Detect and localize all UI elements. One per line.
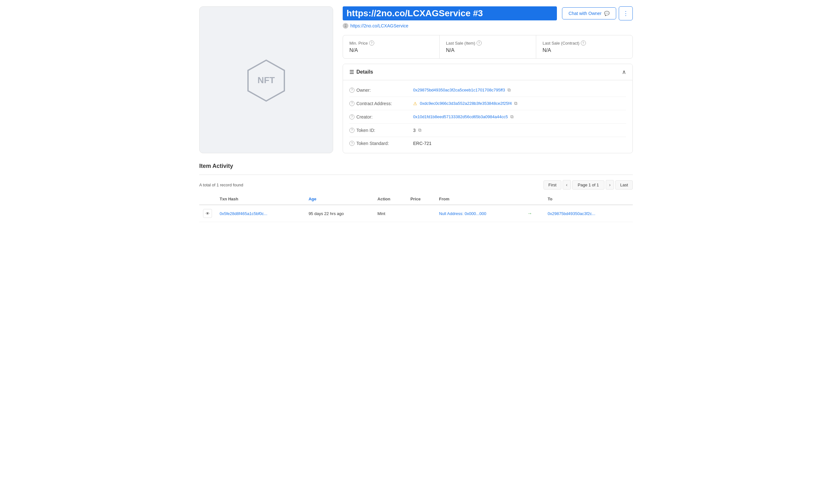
next-page-button[interactable]: ›: [606, 180, 614, 190]
token-standard-label: ? Token Standard:: [349, 141, 413, 146]
token-standard-help-icon[interactable]: ?: [349, 141, 355, 146]
nft-info-panel: https://2no.co/LCXAGService #3 Chat with…: [343, 6, 633, 153]
activity-table-header-row: Txn Hash Age Action Price From To: [199, 193, 633, 205]
min-price-item: Min. Price ? N/A: [343, 35, 440, 58]
row-price: [407, 205, 436, 222]
contract-detail-row: ? Contract Address: ⚠ 0xdc9ec0c966c3d3a5…: [349, 97, 626, 110]
contract-value: ⚠ 0xdc9ec0c966c3d3a552a228b3fe353848ce2f…: [413, 101, 626, 106]
last-sale-item-help-icon[interactable]: ?: [476, 40, 482, 46]
row-from: Null Address: 0x000...000: [435, 205, 523, 222]
owner-copy-icon[interactable]: ⧉: [508, 87, 511, 93]
col-txn-hash: Txn Hash: [216, 193, 305, 205]
col-arrow: [523, 193, 544, 205]
last-sale-contract-item: Last Sale (Contract) ? N/A: [536, 35, 632, 58]
nft-title: https://2no.co/LCXAGService #3: [343, 6, 557, 20]
page-info: Page 1 of 1: [572, 180, 604, 190]
collection-link[interactable]: https://2no.co/LCXAGService: [350, 23, 408, 28]
table-row: 👁 0x5fe28d8f465a1c5bf0c... 95 days 22 hr…: [199, 205, 633, 222]
details-header: ☰ Details ∧: [343, 64, 632, 80]
details-collapse-button[interactable]: ∧: [622, 68, 626, 76]
txn-hash-link[interactable]: 0x5fe28d8f465a1c5bf0c...: [219, 211, 267, 216]
contract-address-link[interactable]: 0xdc9ec0c966c3d3a552a228b3fe353848ce2f25…: [420, 101, 512, 106]
details-title: ☰ Details: [349, 69, 373, 75]
row-action: Mint: [373, 205, 407, 222]
chat-bubble-icon: 💬: [604, 11, 609, 16]
row-eye-cell: 👁: [199, 205, 216, 222]
creator-value: 0x10d1fd1b8eed57133382d56cd65b3a0984a44c…: [413, 114, 626, 119]
min-price-label: Min. Price ?: [349, 40, 433, 46]
more-options-button[interactable]: ⋮: [619, 6, 633, 20]
details-body: ? Owner: 0x29875bd49350ac3f2ca5ceeb1c170…: [343, 80, 632, 153]
creator-detail-row: ? Creator: 0x10d1fd1b8eed57133382d56cd65…: [349, 110, 626, 123]
more-icon: ⋮: [623, 10, 629, 17]
min-price-help-icon[interactable]: ?: [369, 40, 374, 46]
owner-detail-row: ? Owner: 0x29875bd49350ac3f2ca5ceeb1c170…: [349, 83, 626, 97]
token-id-help-icon[interactable]: ?: [349, 128, 355, 133]
row-age: 95 days 22 hrs ago: [305, 205, 373, 222]
creator-help-icon[interactable]: ?: [349, 114, 355, 119]
owner-address-link[interactable]: 0x29875bd49350ac3f2ca5ceeb1c1701708c795f…: [413, 88, 505, 92]
from-address-link[interactable]: Null Address: 0x000...000: [439, 211, 486, 216]
chat-owner-label: Chat with Owner: [569, 11, 601, 16]
row-arrow: →: [523, 205, 544, 222]
token-id-label: ? Token ID:: [349, 128, 413, 133]
owner-value: 0x29875bd49350ac3f2ca5ceeb1c1701708c795f…: [413, 87, 626, 93]
owner-help-icon[interactable]: ?: [349, 88, 355, 93]
min-price-value: N/A: [349, 48, 433, 53]
activity-table: Txn Hash Age Action Price From To 👁 0x5f…: [199, 193, 633, 222]
activity-table-head: Txn Hash Age Action Price From To: [199, 193, 633, 205]
record-count: A total of 1 record found: [199, 183, 243, 187]
row-to: 0x29875bd49350ac3f2c...: [544, 205, 633, 222]
transfer-arrow-icon: →: [527, 211, 532, 216]
row-txn-hash: 0x5fe28d8f465a1c5bf0c...: [216, 205, 305, 222]
row-eye-icon[interactable]: 👁: [203, 209, 212, 218]
last-sale-item-label: Last Sale (Item) ?: [446, 40, 529, 46]
nft-hexagon-icon: NFT: [244, 58, 288, 102]
details-card: ☰ Details ∧ ? Owner: 0x29875bd49350ac3f2…: [343, 64, 633, 153]
col-age[interactable]: Age: [305, 193, 373, 205]
pagination: First ‹ Page 1 of 1 › Last: [544, 180, 633, 190]
token-id-value: 3 ⧉: [413, 128, 626, 133]
last-sale-item: Last Sale (Item) ? N/A: [440, 35, 536, 58]
last-sale-contract-help-icon[interactable]: ?: [581, 40, 586, 46]
price-card: Min. Price ? N/A Last Sale (Item) ? N/A …: [343, 35, 633, 59]
token-standard-value: ERC-721: [413, 141, 626, 146]
top-section: NFT https://2no.co/LCXAGService #3 Chat …: [199, 6, 633, 153]
last-sale-contract-label: Last Sale (Contract) ?: [543, 40, 626, 46]
activity-table-body: 👁 0x5fe28d8f465a1c5bf0c... 95 days 22 hr…: [199, 205, 633, 222]
last-sale-contract-value: N/A: [543, 48, 626, 53]
activity-section: Item Activity A total of 1 record found …: [199, 163, 633, 222]
token-standard-detail-row: ? Token Standard: ERC-721: [349, 137, 626, 150]
nft-placeholder: NFT: [244, 58, 288, 102]
creator-copy-icon[interactable]: ⧉: [510, 114, 514, 119]
activity-section-title: Item Activity: [199, 163, 633, 169]
svg-text:NFT: NFT: [258, 75, 275, 85]
contract-copy-icon[interactable]: ⧉: [514, 101, 517, 106]
eth-icon: Ξ: [343, 23, 348, 29]
col-to: To: [544, 193, 633, 205]
nft-actions: Chat with Owner 💬 ⋮: [562, 6, 633, 20]
col-from: From: [435, 193, 523, 205]
col-action: Action: [373, 193, 407, 205]
contract-help-icon[interactable]: ?: [349, 101, 355, 106]
col-price: Price: [407, 193, 436, 205]
first-page-button[interactable]: First: [544, 180, 561, 190]
creator-address-link[interactable]: 0x10d1fd1b8eed57133382d56cd65b3a0984a44c…: [413, 114, 508, 119]
token-id-copy-icon[interactable]: ⧉: [418, 128, 421, 133]
owner-label: ? Owner:: [349, 88, 413, 93]
contract-warning-icon: ⚠: [413, 101, 417, 106]
contract-label: ? Contract Address:: [349, 101, 413, 106]
details-list-icon: ☰: [349, 69, 354, 75]
token-id-detail-row: ? Token ID: 3 ⧉: [349, 123, 626, 137]
last-sale-item-value: N/A: [446, 48, 529, 53]
prev-page-button[interactable]: ‹: [563, 180, 571, 190]
to-address-link[interactable]: 0x29875bd49350ac3f2c...: [548, 211, 596, 216]
col-eye: [199, 193, 216, 205]
nft-collection-link-row: Ξ https://2no.co/LCXAGService: [343, 23, 633, 29]
last-page-button[interactable]: Last: [615, 180, 633, 190]
nft-title-bar: https://2no.co/LCXAGService #3 Chat with…: [343, 6, 633, 20]
chat-owner-button[interactable]: Chat with Owner 💬: [562, 7, 616, 20]
creator-label: ? Creator:: [349, 114, 413, 119]
activity-controls: A total of 1 record found First ‹ Page 1…: [199, 180, 633, 190]
nft-image-card: NFT: [199, 6, 333, 153]
